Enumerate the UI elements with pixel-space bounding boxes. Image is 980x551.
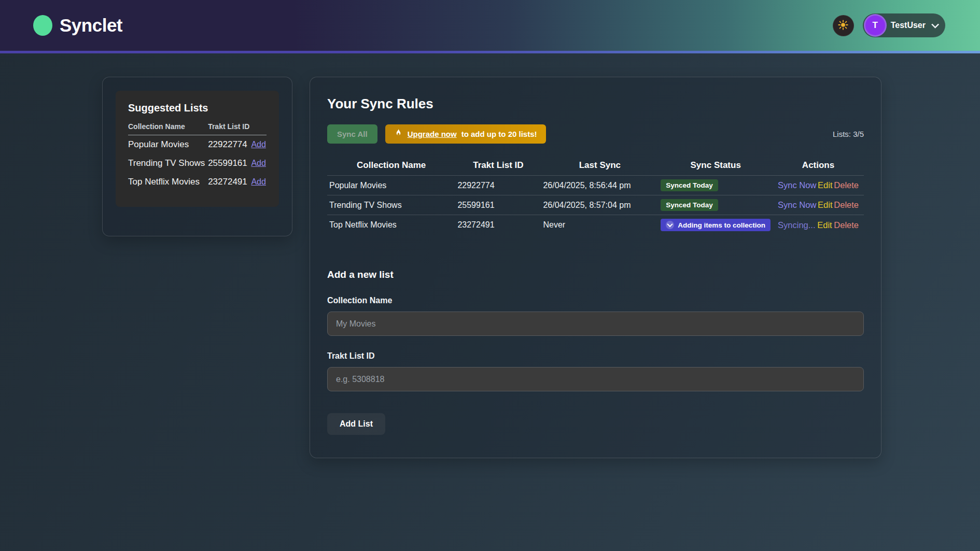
column-header-collection-name: Collection Name bbox=[327, 157, 455, 176]
chevron-down-icon bbox=[931, 20, 940, 29]
add-list-form-title: Add a new list bbox=[327, 269, 864, 280]
user-menu-button[interactable]: T TestUser bbox=[863, 13, 945, 37]
lists-count: Lists: 3/5 bbox=[833, 130, 864, 138]
rule-collection-name: Popular Movies bbox=[327, 176, 455, 195]
column-header-add bbox=[251, 122, 267, 135]
rule-collection-name: Trending TV Shows bbox=[327, 195, 455, 215]
delete-link[interactable]: Delete bbox=[834, 180, 859, 190]
suggested-lists-title: Suggested Lists bbox=[128, 102, 267, 114]
header-accent-border bbox=[0, 51, 980, 53]
table-row: Trending TV Shows 25599161 Add bbox=[128, 154, 267, 173]
trakt-list-id-input[interactable] bbox=[327, 367, 864, 391]
suggested-trakt-id: 25599161 bbox=[208, 154, 251, 173]
brand-name: Synclet bbox=[60, 15, 122, 36]
theme-toggle-button[interactable] bbox=[833, 15, 854, 36]
avatar: T bbox=[865, 16, 885, 35]
rule-trakt-id: 23272491 bbox=[455, 215, 541, 235]
sync-all-button[interactable]: Sync All bbox=[327, 124, 377, 144]
user-name: TestUser bbox=[891, 21, 926, 30]
suggested-lists-table: Collection Name Trakt List ID Popular Mo… bbox=[128, 122, 267, 191]
suggested-collection-name: Top Netflix Movies bbox=[128, 173, 208, 191]
suggested-trakt-id: 22922774 bbox=[208, 135, 251, 154]
page-title: Your Sync Rules bbox=[327, 96, 864, 112]
syncing-label: Syncing... bbox=[778, 220, 815, 230]
column-header-sync-status: Sync Status bbox=[659, 157, 773, 176]
column-header-trakt-id: Trakt List ID bbox=[208, 122, 251, 135]
suggested-trakt-id: 23272491 bbox=[208, 173, 251, 191]
table-row: Popular Movies 22922774 Add bbox=[128, 135, 267, 154]
sync-rules-card: Your Sync Rules Sync All Upgrade now to … bbox=[310, 77, 881, 458]
rule-last-sync: 26/04/2025, 8:56:44 pm bbox=[541, 176, 659, 195]
column-header-last-sync: Last Sync bbox=[541, 157, 659, 176]
trakt-list-id-label: Trakt List ID bbox=[327, 351, 864, 361]
table-row: Popular Movies 22922774 26/04/2025, 8:56… bbox=[327, 176, 864, 195]
suggested-lists-panel: Suggested Lists Collection Name Trakt Li… bbox=[116, 91, 279, 207]
table-row: Top Netflix Movies 23272491 Add bbox=[128, 173, 267, 191]
collection-name-input[interactable] bbox=[327, 312, 864, 336]
suggested-collection-name: Trending TV Shows bbox=[128, 154, 208, 173]
rule-last-sync: Never bbox=[541, 215, 659, 235]
column-header-actions: Actions bbox=[773, 157, 864, 176]
flame-icon bbox=[394, 129, 403, 139]
delete-link[interactable]: Delete bbox=[834, 220, 859, 230]
add-suggested-link[interactable]: Add bbox=[251, 159, 265, 167]
upgrade-now-link[interactable]: Upgrade now bbox=[408, 130, 457, 138]
status-badge: Synced Today bbox=[661, 179, 718, 191]
add-list-button[interactable]: Add List bbox=[327, 413, 385, 435]
delete-link[interactable]: Delete bbox=[834, 200, 859, 210]
rule-trakt-id: 25599161 bbox=[455, 195, 541, 215]
header-actions: T TestUser bbox=[833, 13, 945, 37]
add-suggested-link[interactable]: Add bbox=[251, 177, 265, 186]
status-badge: Synced Today bbox=[661, 199, 718, 211]
edit-link[interactable]: Edit bbox=[818, 180, 832, 190]
sync-now-link[interactable]: Sync Now bbox=[778, 200, 816, 210]
table-row: Top Netflix Movies 23272491 Never Adding… bbox=[327, 215, 864, 235]
rules-toolbar: Sync All Upgrade now to add up to 20 lis… bbox=[327, 124, 864, 144]
rule-collection-name: Top Netflix Movies bbox=[327, 215, 455, 235]
main-content: Suggested Lists Collection Name Trakt Li… bbox=[0, 77, 980, 458]
upgrade-banner[interactable]: Upgrade now to add up to 20 lists! bbox=[385, 124, 546, 144]
add-suggested-link[interactable]: Add bbox=[251, 140, 265, 149]
status-badge-label: Adding items to collection bbox=[678, 221, 765, 229]
collection-name-label: Collection Name bbox=[327, 296, 864, 305]
sync-now-link[interactable]: Sync Now bbox=[778, 180, 816, 190]
edit-link[interactable]: Edit bbox=[817, 220, 832, 230]
brand-logo-icon bbox=[33, 15, 52, 36]
column-header-trakt-id: Trakt List ID bbox=[455, 157, 541, 176]
suggested-lists-card: Suggested Lists Collection Name Trakt Li… bbox=[102, 77, 292, 236]
status-badge: Adding items to collection bbox=[661, 219, 771, 231]
brand: Synclet bbox=[33, 15, 122, 36]
spinner-icon bbox=[666, 221, 674, 229]
upgrade-text: to add up to 20 lists! bbox=[461, 130, 537, 138]
rule-last-sync: 26/04/2025, 8:57:04 pm bbox=[541, 195, 659, 215]
column-header-collection-name: Collection Name bbox=[128, 122, 208, 135]
sun-icon bbox=[837, 19, 849, 32]
table-row: Trending TV Shows 25599161 26/04/2025, 8… bbox=[327, 195, 864, 215]
app-header: Synclet T TestUser bbox=[0, 0, 980, 51]
suggested-collection-name: Popular Movies bbox=[128, 135, 208, 154]
rule-trakt-id: 22922774 bbox=[455, 176, 541, 195]
sync-rules-table: Collection Name Trakt List ID Last Sync … bbox=[327, 157, 864, 235]
edit-link[interactable]: Edit bbox=[818, 200, 832, 210]
